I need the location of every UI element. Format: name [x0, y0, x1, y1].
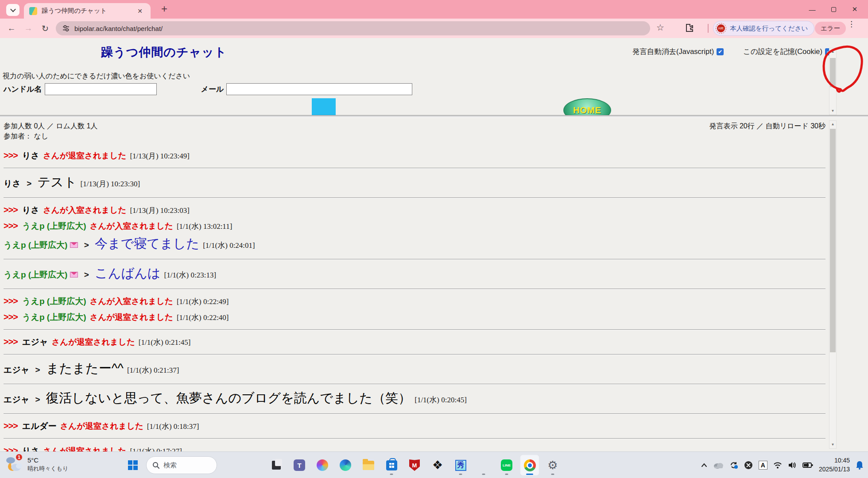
message-action: さんが退室されました — [43, 446, 126, 451]
store-glyph — [386, 460, 397, 470]
message-author: うえp (上野広大) — [4, 270, 67, 279]
battery-saver-icon[interactable] — [802, 462, 813, 468]
home-button[interactable]: HOME — [563, 98, 611, 115]
edge-app-icon[interactable] — [336, 455, 355, 476]
extensions-icon[interactable] — [685, 23, 694, 34]
weather-widget[interactable]: 1 5°C 晴れ時々くもり — [4, 455, 68, 474]
header-frame-scrollbar[interactable]: ▲ ▼ — [829, 48, 837, 115]
running-indicator — [505, 474, 508, 475]
color-swatch[interactable] — [312, 98, 336, 115]
sync-icon[interactable] — [729, 461, 738, 469]
message-author: エルダー — [22, 421, 56, 431]
site-controls-icon[interactable] — [62, 24, 70, 32]
lightshot-app-icon[interactable] — [267, 455, 286, 476]
autoclear-checkbox[interactable]: ✔ — [717, 48, 724, 55]
reload-button[interactable]: ↻ — [38, 21, 52, 35]
message-author: うえp (上野広大) — [22, 297, 86, 306]
message-text: こんばんは — [95, 266, 160, 280]
login-form: ハンドル名 メール — [4, 83, 412, 95]
dropbox-app-icon[interactable]: ❖ — [428, 455, 447, 476]
participant-count: 参加人数 0人 ／ ロム人数 1人 — [4, 121, 97, 131]
menu-kebab-icon[interactable]: ⋮ — [848, 23, 854, 26]
hidemaru-app-icon[interactable]: 秀 — [451, 455, 470, 476]
taskbar-search[interactable]: 検索 — [146, 456, 217, 474]
maximize-button[interactable] — [823, 0, 844, 19]
clock-date: 2025/01/13 — [819, 466, 850, 473]
forward-button[interactable]: → — [21, 21, 35, 35]
mcafee-app-icon[interactable]: M — [405, 455, 424, 476]
browser-tab[interactable]: 躁うつ仲間のチャット ✕ — [24, 3, 151, 19]
message-separator: > — [33, 365, 43, 374]
copilot-app-icon[interactable] — [313, 455, 332, 476]
ime-indicator[interactable]: A — [759, 461, 767, 470]
message-timestamp: [1/1(水) 0:22:40] — [177, 313, 229, 322]
tray-overflow-chevron-icon[interactable] — [701, 463, 707, 467]
explorer-app-icon[interactable] — [359, 455, 378, 476]
message-prefix: >>> — [4, 312, 18, 322]
scroll-up-arrow[interactable]: ▲ — [829, 121, 836, 128]
profile-chip[interactable]: 利咲 本人確認を行ってください — [713, 21, 814, 36]
onedrive-cloud-icon[interactable] — [713, 462, 724, 469]
scrollbar-thumb[interactable] — [830, 129, 836, 352]
tab-close-icon[interactable]: ✕ — [135, 7, 145, 15]
settings-app-icon[interactable]: ⚙ — [543, 455, 562, 476]
mail-envelope-icon[interactable] — [70, 242, 78, 248]
start-button[interactable] — [123, 455, 143, 476]
mail-envelope-icon[interactable] — [70, 272, 78, 278]
explorer-glyph — [363, 461, 374, 470]
dropbox-glyph: ❖ — [432, 459, 443, 471]
address-bar[interactable]: bipolar.ac/kanto/chat/perlchat/ — [56, 21, 650, 35]
running-indicator — [459, 474, 462, 475]
system-message: >>>うえp (上野広大)さんが退室されました[1/1(水) 0:22:40] — [4, 309, 825, 325]
chevron-down-icon — [10, 7, 16, 12]
chat-frame-scrollbar[interactable]: ▲ ▼ — [829, 120, 837, 449]
scroll-down-arrow[interactable]: ▼ — [829, 108, 836, 115]
message-timestamp: [1/1(水) 0:17:27] — [130, 447, 182, 451]
message-text: テスト — [38, 175, 77, 189]
close-button[interactable]: ✕ — [844, 0, 865, 19]
taskbar-clock[interactable]: 10:45 2025/01/13 — [819, 456, 850, 474]
line-app-icon[interactable]: LINE — [497, 455, 516, 476]
line-glyph: LINE — [501, 459, 512, 471]
notification-badge: 1 — [15, 453, 23, 461]
running-indicator — [482, 474, 485, 475]
message-divider — [4, 413, 825, 414]
message-separator: > — [81, 240, 91, 250]
message-timestamp: [1/1(水) 13:02:11] — [177, 222, 232, 231]
weather-texts: 5°C 晴れ時々くもり — [27, 456, 68, 473]
tab-search-button[interactable] — [6, 4, 19, 16]
minimize-button[interactable]: — — [802, 0, 823, 19]
remote-desktop-app-icon[interactable] — [474, 455, 493, 476]
bag-app-app-icon[interactable] — [244, 455, 263, 476]
wifi-icon[interactable] — [773, 462, 782, 469]
message-prefix: >>> — [4, 337, 18, 347]
message-divider — [4, 289, 825, 289]
message-timestamp: [1/1(水) 0:20:45] — [415, 396, 467, 404]
message-timestamp: [1/1(水) 0:21:45] — [139, 338, 191, 347]
home-button-label: HOME — [573, 105, 601, 116]
volume-icon[interactable] — [788, 462, 797, 469]
notification-bell-icon[interactable] — [856, 461, 864, 470]
store-app-icon[interactable] — [382, 455, 401, 476]
bookmark-star-icon[interactable]: ☆ — [656, 22, 664, 33]
new-tab-button[interactable]: + — [158, 3, 171, 16]
message-prefix: >>> — [4, 205, 18, 215]
message-text: 今まで寝てました — [95, 236, 199, 251]
kimono-app-app-icon[interactable] — [221, 455, 240, 476]
mic-muted-icon[interactable] — [744, 461, 753, 470]
message-author: エジャ — [22, 337, 48, 347]
scroll-down-arrow[interactable]: ▼ — [829, 441, 836, 448]
clock-time: 10:45 — [834, 457, 850, 464]
scrollbar-thumb[interactable] — [830, 58, 836, 87]
mail-input[interactable] — [226, 83, 412, 95]
message-list: >>>りささんが退室されました[1/13(月) 10:23:49]りさ > テス… — [4, 148, 825, 451]
error-button[interactable]: エラー — [815, 22, 846, 35]
message-prefix: >>> — [4, 221, 18, 231]
teams-app-icon[interactable]: T — [290, 455, 309, 476]
message-author: うえp (上野広大) — [22, 312, 86, 322]
toolbar-divider — [708, 24, 709, 33]
back-button[interactable]: ← — [4, 21, 19, 35]
handle-input[interactable] — [45, 83, 157, 95]
chrome-app-icon[interactable] — [520, 455, 539, 476]
scroll-up-arrow[interactable]: ▲ — [829, 48, 836, 55]
